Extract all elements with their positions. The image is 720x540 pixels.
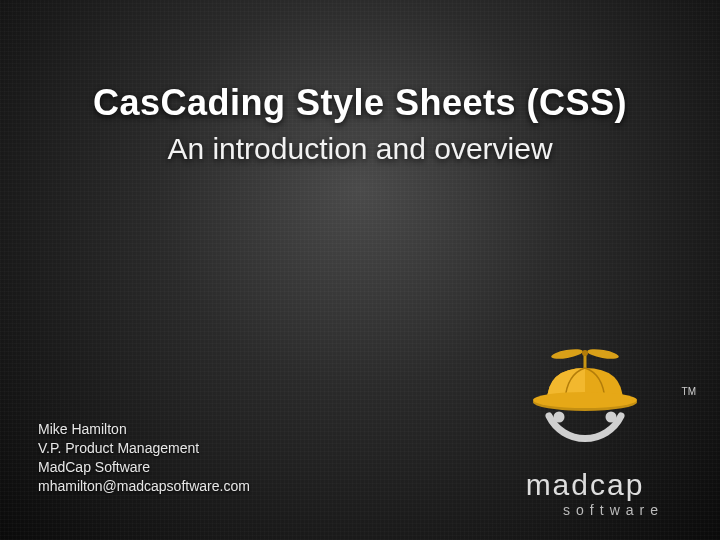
- svg-point-2: [587, 347, 620, 360]
- author-role: V.P. Product Management: [38, 439, 250, 458]
- svg-point-6: [554, 412, 565, 423]
- svg-point-3: [582, 350, 588, 356]
- trademark-label: TM: [682, 386, 696, 397]
- author-name: Mike Hamilton: [38, 420, 250, 439]
- svg-point-7: [606, 412, 617, 423]
- author-block: Mike Hamilton V.P. Product Management Ma…: [38, 420, 250, 496]
- logo: TM madcap software: [480, 344, 690, 518]
- slide-subtitle: An introduction and overview: [0, 132, 720, 166]
- author-email: mhamilton@madcapsoftware.com: [38, 477, 250, 496]
- madcap-logo-icon: [505, 344, 665, 464]
- svg-point-5: [533, 392, 637, 408]
- logo-name: madcap: [480, 470, 690, 500]
- slide-title: CasCading Style Sheets (CSS): [0, 82, 720, 124]
- author-company: MadCap Software: [38, 458, 250, 477]
- logo-subname: software: [480, 502, 690, 518]
- svg-point-1: [551, 347, 584, 360]
